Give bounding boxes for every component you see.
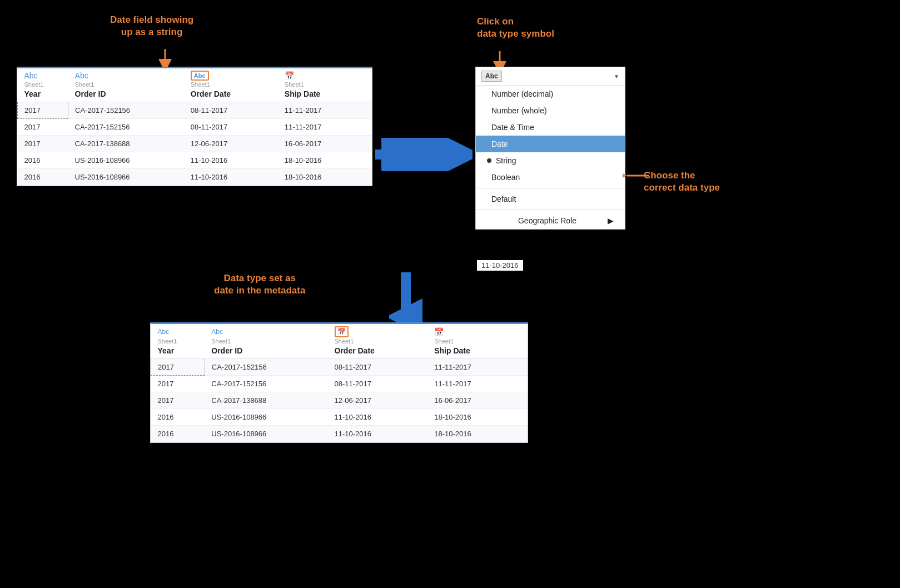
table-row: 2016 US-2016-108966 11-10-2016 18-10-201… — [151, 426, 528, 442]
dropdown-items-list: Number (decimal) Number (whole) Date & T… — [476, 86, 625, 229]
top-table: Abc Abc Abc 📅 Sheet1 Sheet1 Sheet1 Sheet… — [17, 67, 372, 186]
table-row: 2017 CA-2017-152156 08-11-2017 11-11-201… — [18, 102, 372, 119]
sheet-row-bottom: Sheet1 Sheet1 Sheet1 Sheet1 — [151, 337, 528, 345]
table-row: 2017 CA-2017-138688 12-06-2017 16-06-201… — [151, 392, 528, 409]
data-type-dropdown[interactable]: Abc ▼ Number (decimal) Number (whole) Da… — [475, 67, 625, 230]
type-shipdate: 📅 — [278, 68, 372, 81]
header-row-bottom: Year Order ID Order Date Ship Date — [151, 345, 528, 359]
table-row: 2016 US-2016-108966 11-10-2016 18-10-201… — [18, 152, 372, 169]
ann-choose-line2: correct data type — [644, 182, 720, 193]
ann-click-line1: Click on — [477, 16, 514, 27]
type-row: Abc Abc Abc 📅 — [18, 68, 372, 81]
ann-bottom-line2: date in the metadata — [214, 285, 305, 296]
table-row: 2017 CA-2017-152156 08-11-2017 11-11-201… — [151, 359, 528, 376]
abc-badge: Abc — [481, 71, 502, 82]
dropdown-item-date[interactable]: Date — [476, 136, 625, 152]
ann-top-line2: up as a string — [121, 27, 183, 37]
dropdown-item-boolean[interactable]: Boolean — [476, 169, 625, 186]
annotation-top: Date field showing up as a string — [110, 14, 193, 38]
choose-orange-arrow — [623, 168, 650, 183]
peek-text: 11-10-2016 — [477, 260, 523, 271]
table-row: 2017 CA-2017-152156 08-11-2017 11-11-201… — [18, 119, 372, 136]
current-selection-dot — [487, 158, 491, 163]
dropdown-arrow-icon: ▼ — [614, 73, 619, 79]
dropdown-divider-2 — [476, 210, 625, 210]
ann-bottom-line1: Data type set as — [223, 273, 295, 283]
type-orderdate: Abc — [184, 68, 278, 81]
sheet-row-top: Sheet1 Sheet1 Sheet1 Sheet1 — [18, 81, 372, 88]
header-row-top: Year Order ID Order Date Ship Date — [18, 88, 372, 102]
type-orderid: Abc — [68, 68, 184, 81]
annotation-click: Click on data type symbol — [477, 16, 554, 40]
type-year: Abc — [18, 68, 68, 81]
table-row: 2016 US-2016-108966 11-10-2016 18-10-201… — [18, 169, 372, 186]
table-row: 2016 US-2016-108966 11-10-2016 18-10-201… — [151, 409, 528, 426]
blue-arrow-down — [389, 272, 422, 328]
bottom-table: Abc Abc 📅 📅 Sheet1 Sheet1 Sheet1 Sheet1 … — [150, 322, 528, 443]
dropdown-divider-1 — [476, 188, 625, 188]
dropdown-item-string[interactable]: String — [476, 152, 625, 169]
dropdown-item-geographic-role[interactable]: Geographic Role ▶ — [476, 212, 625, 229]
ann-click-line2: data type symbol — [477, 28, 554, 39]
ann-top-line1: Date field showing — [110, 14, 193, 25]
submenu-arrow-icon: ▶ — [608, 216, 614, 225]
dropdown-header[interactable]: Abc ▼ — [476, 67, 625, 86]
blue-arrow-right — [375, 138, 473, 171]
type-row-bottom: Abc Abc 📅 📅 — [151, 324, 528, 337]
dropdown-item-number-whole[interactable]: Number (whole) — [476, 102, 625, 119]
annotation-choose: Choose the correct data type — [644, 170, 720, 194]
dropdown-item-number-decimal[interactable]: Number (decimal) — [476, 86, 625, 102]
table-row: 2017 CA-2017-138688 12-06-2017 16-06-201… — [18, 136, 372, 152]
dropdown-item-date-time[interactable]: Date & Time — [476, 119, 625, 136]
dropdown-item-default[interactable]: Default — [476, 191, 625, 207]
table-row: 2017 CA-2017-152156 08-11-2017 11-11-201… — [151, 376, 528, 392]
annotation-bottom: Data type set as date in the metadata — [214, 272, 305, 297]
ann-choose-line1: Choose the — [644, 170, 695, 181]
